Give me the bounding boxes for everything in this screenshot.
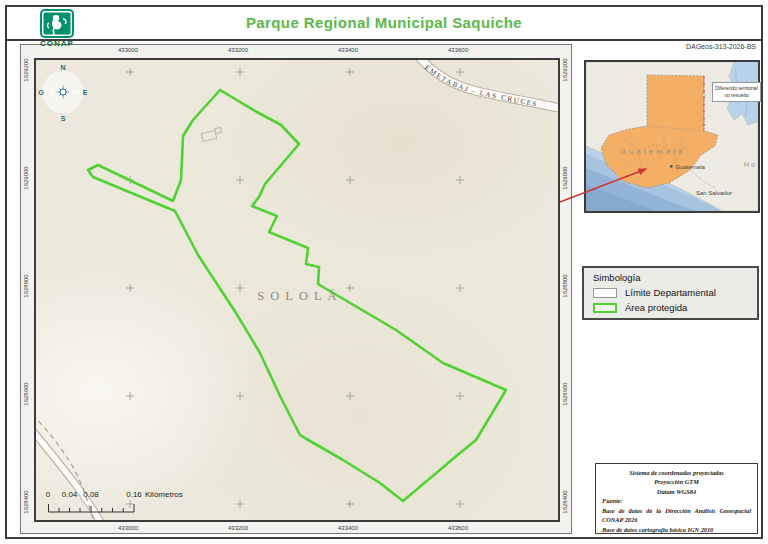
main-map: EMETABAJ - LAS CRUCES SOLOLÁ N xyxy=(34,58,560,522)
axis-label-left: 1629200 xyxy=(23,53,31,87)
axis-label-bottom: 433600 xyxy=(438,525,478,531)
scale-number: 0.04 xyxy=(62,490,78,499)
projection-line: Proyección GTM xyxy=(602,477,751,486)
protected-area-swatch xyxy=(593,303,617,313)
axis-label-top: 433400 xyxy=(328,47,368,53)
axis-label-left: 1628800 xyxy=(23,269,31,303)
fuente-label: Fuente: xyxy=(602,496,751,505)
axis-label-top: 433000 xyxy=(108,47,148,53)
map-canvas: EMETABAJ - LAS CRUCES SOLOLÁ N xyxy=(36,60,558,520)
axis-label-bottom: 433400 xyxy=(328,525,368,531)
axis-label-top: 433200 xyxy=(218,47,258,53)
map-sheet: Parque Regional Municipal Saquiche CONAP… xyxy=(0,0,768,544)
compass-west-label: O xyxy=(38,89,44,96)
legend-title: Simbología xyxy=(593,272,748,283)
grid-crosses xyxy=(126,68,464,508)
territorial-note: Diferendo territorial no resuelto xyxy=(712,82,761,102)
map-frame: 433000 433200 433400 433600 433000 43320… xyxy=(20,44,572,534)
legend-item-area: Área protegida xyxy=(593,302,748,313)
compass-north-label: N xyxy=(60,64,65,71)
axis-label-right: 1628800 xyxy=(562,269,570,303)
conap-logo-text: CONAP xyxy=(36,39,78,48)
axis-label-left: 1628400 xyxy=(23,485,31,519)
axis-label-bottom: 433000 xyxy=(108,525,148,531)
axis-label-bottom: 433200 xyxy=(218,525,258,531)
scale-ticks xyxy=(48,503,136,513)
conap-emblem-icon xyxy=(40,9,74,38)
axis-label-right: 1629000 xyxy=(562,161,570,195)
scale-number: 0.16 xyxy=(126,490,142,499)
city-label: Guatemala xyxy=(676,164,706,170)
axis-label-top: 433600 xyxy=(438,47,478,53)
axis-label-right: 1629200 xyxy=(562,53,570,87)
locator-map: Guatemala Guatemala San Salvador Ho Dife… xyxy=(584,60,760,213)
header: Parque Regional Municipal Saquiche xyxy=(7,7,761,41)
conap-logo: CONAP xyxy=(36,9,78,48)
scale-number: 0 xyxy=(46,490,50,499)
compass-south-label: S xyxy=(61,115,66,122)
quetzal-icon xyxy=(40,9,74,38)
legend-item-label: Área protegida xyxy=(625,302,687,313)
document-code: DAGeos-313-2026-BS xyxy=(686,43,756,50)
source-line: Base de datos de la Dirección Análisis G… xyxy=(602,506,751,525)
legend: Simbología Límite Departamental Área pro… xyxy=(582,266,759,320)
source-line: Base de datos cartografía básica IGN 201… xyxy=(602,525,751,534)
coordinate-system-line: Sistema de coordenadas proyectadas xyxy=(602,468,751,477)
axis-label-right: 1628600 xyxy=(562,377,570,411)
scale-bar: 0 0.04 0.08 0.16 Kilómetros xyxy=(48,490,238,518)
axis-label-right: 1628400 xyxy=(562,485,570,519)
city-label: San Salvador xyxy=(696,190,732,196)
axis-label-left: 1628600 xyxy=(23,377,31,411)
compass-east-label: E xyxy=(83,89,88,96)
datum-line: Datum WGS84 xyxy=(602,487,751,496)
source-info-box: Sistema de coordenadas proyectadas Proye… xyxy=(595,463,758,534)
page-title: Parque Regional Municipal Saquiche xyxy=(7,14,761,31)
axis-label-left: 1629000 xyxy=(23,161,31,195)
legend-item-limite: Límite Departamental xyxy=(593,287,748,298)
honduras-label: Ho xyxy=(744,161,757,168)
note-anchor-marker xyxy=(703,94,706,97)
country-label: Guatemala xyxy=(620,147,686,156)
scale-unit-label: Kilómetros xyxy=(145,490,183,499)
scale-number: 0.08 xyxy=(83,490,99,499)
department-boundary-swatch xyxy=(593,288,617,298)
department-label: SOLOLÁ xyxy=(257,289,342,303)
compass-rose-icon xyxy=(42,71,84,113)
capital-city-marker xyxy=(670,165,673,168)
legend-item-label: Límite Departamental xyxy=(625,287,716,298)
building-icon xyxy=(201,127,223,141)
